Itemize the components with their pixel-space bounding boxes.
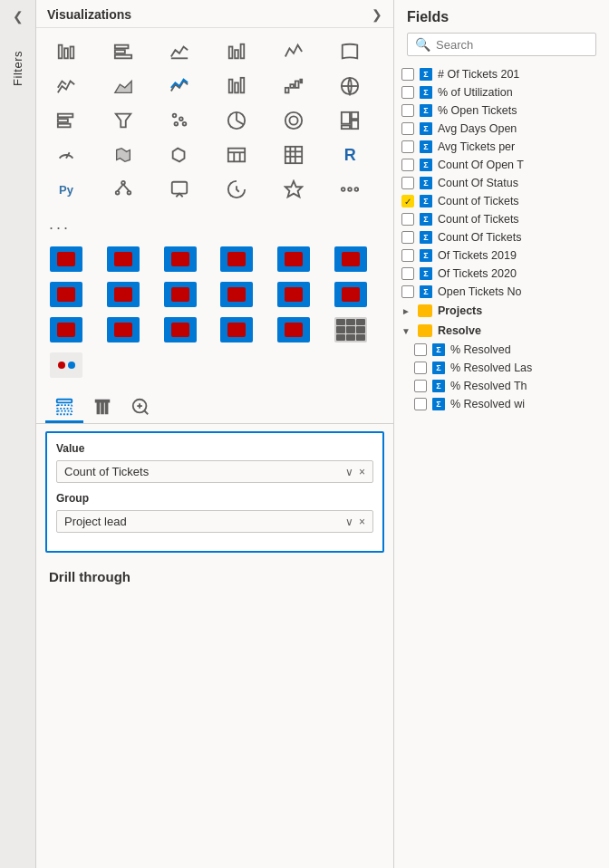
field-item-count-tickets-3[interactable]: Count Of Tickets xyxy=(394,228,609,246)
viz-filled-map-icon[interactable] xyxy=(102,139,144,171)
viz-bar2-icon[interactable] xyxy=(216,70,257,102)
count-of-tickets-pill[interactable]: Count of Tickets ∨ × xyxy=(56,460,373,483)
viz-pie-icon[interactable] xyxy=(216,104,257,137)
viz-stacked-bar-icon[interactable] xyxy=(45,35,87,68)
field-checkbox-pct-utilization[interactable] xyxy=(401,86,414,99)
custom-viz-1[interactable] xyxy=(45,243,87,275)
analytics-tab[interactable] xyxy=(121,392,160,423)
custom-viz-11[interactable] xyxy=(273,278,314,311)
field-item-of-tickets-2020[interactable]: Of Tickets 2020 xyxy=(394,265,609,283)
viz-qa-icon[interactable] xyxy=(216,173,257,206)
viz-custom-icon[interactable] xyxy=(273,173,314,206)
viz-bar3-icon[interactable] xyxy=(45,104,87,137)
field-item-avg-tickets[interactable]: Avg Tickets per xyxy=(394,138,609,156)
search-input[interactable] xyxy=(436,38,588,52)
group-chevron-icon[interactable]: ∨ xyxy=(345,516,353,528)
viz-expand-icon[interactable]: ❯ xyxy=(372,7,382,22)
custom-viz-16[interactable] xyxy=(216,313,257,346)
field-item-count-open[interactable]: Count Of Open T xyxy=(394,156,609,174)
custom-viz-9[interactable] xyxy=(160,278,201,311)
custom-viz-17[interactable] xyxy=(273,313,314,346)
custom-viz-7[interactable] xyxy=(45,278,87,311)
pill-close-icon[interactable]: × xyxy=(359,466,365,478)
viz-bar-icon[interactable] xyxy=(102,35,144,68)
custom-viz-13[interactable] xyxy=(45,313,87,346)
field-item-open-tickets-no[interactable]: Open Tickets No xyxy=(394,283,609,301)
field-checkbox-pct-resolved-th[interactable] xyxy=(414,380,427,392)
field-checkbox-count-tickets-1[interactable] xyxy=(401,195,414,207)
custom-viz-15[interactable] xyxy=(160,313,201,346)
svg-rect-20 xyxy=(58,114,73,118)
custom-viz-4[interactable] xyxy=(216,243,257,275)
viz-py-icon[interactable]: Py xyxy=(45,173,87,206)
custom-viz-5[interactable] xyxy=(273,243,314,275)
custom-viz-3[interactable] xyxy=(160,243,201,275)
viz-treemap-icon[interactable] xyxy=(329,104,371,137)
field-checkbox-of-tickets-2019[interactable] xyxy=(401,68,414,81)
custom-viz-18[interactable] xyxy=(330,313,372,346)
field-checkbox-pct-resolved[interactable] xyxy=(414,343,427,356)
field-checkbox-pct-resolved-la[interactable] xyxy=(414,362,427,374)
field-item-pct-open[interactable]: % Open Tickets xyxy=(394,101,609,120)
custom-viz-14[interactable] xyxy=(102,313,144,346)
field-item-pct-utilization[interactable]: % of Utilization xyxy=(394,83,609,101)
viz-shape-map-icon[interactable] xyxy=(159,139,200,171)
field-item-avg-days[interactable]: Avg Days Open xyxy=(394,120,609,138)
viz-decomp-icon[interactable] xyxy=(102,173,144,206)
viz-line-icon[interactable] xyxy=(273,35,314,68)
viz-area-icon[interactable] xyxy=(159,35,200,68)
viz-waterfall-icon[interactable] xyxy=(273,70,314,102)
viz-extra-icon[interactable] xyxy=(329,173,371,206)
field-checkbox-count-status[interactable] xyxy=(401,177,414,189)
folder-item-projects[interactable]: ► Projects xyxy=(394,301,609,321)
viz-column-icon[interactable] xyxy=(216,35,257,68)
viz-matrix-icon[interactable] xyxy=(273,139,314,171)
svg-marker-10 xyxy=(114,82,130,93)
viz-ribbon-icon[interactable] xyxy=(329,35,371,68)
project-lead-pill[interactable]: Project lead ∨ × xyxy=(56,510,373,533)
field-checkbox-count-tickets-3[interactable] xyxy=(401,231,414,244)
viz-map-icon[interactable] xyxy=(329,70,371,102)
custom-viz-10[interactable] xyxy=(216,278,257,311)
field-checkbox-count-tickets-2[interactable] xyxy=(401,213,414,226)
viz-multiline-icon[interactable] xyxy=(159,70,200,102)
collapse-icon[interactable]: ❮ xyxy=(13,9,24,24)
field-item-count-tickets-2[interactable]: Count of Tickets xyxy=(394,210,609,228)
viz-smartnarrative-icon[interactable] xyxy=(159,173,200,206)
viz-scatter-icon[interactable] xyxy=(45,70,87,102)
viz-r-icon[interactable]: R xyxy=(329,139,371,171)
field-checkbox-pct-open[interactable] xyxy=(401,104,414,117)
field-checkbox-of-tickets-2020[interactable] xyxy=(401,267,414,280)
field-item-of-tickets-2019[interactable]: # Of Tickets 201 xyxy=(394,65,609,83)
viz-table-icon[interactable] xyxy=(216,139,257,171)
group-close-icon[interactable]: × xyxy=(359,516,365,528)
field-checkbox-avg-tickets[interactable] xyxy=(401,140,414,153)
custom-viz-12[interactable] xyxy=(330,278,372,311)
field-item-pct-resolved-th[interactable]: % Resolved Th xyxy=(394,377,609,395)
pill-chevron-icon[interactable]: ∨ xyxy=(345,466,353,478)
custom-viz-6[interactable] xyxy=(330,243,372,275)
folder-item-resolve[interactable]: ▼ Resolve xyxy=(394,321,609,341)
field-checkbox-avg-days[interactable] xyxy=(401,122,414,135)
custom-viz-19[interactable] xyxy=(45,349,87,381)
field-checkbox-pct-resolved-wi[interactable] xyxy=(414,398,427,410)
field-checkbox-open-tickets-no[interactable] xyxy=(401,285,414,298)
viz-gauge-icon[interactable] xyxy=(45,139,87,171)
field-checkbox-count-open[interactable] xyxy=(401,159,414,171)
custom-viz-2[interactable] xyxy=(102,243,144,275)
field-item-pct-resolved-wi[interactable]: % Resolved wi xyxy=(394,395,609,413)
search-box[interactable]: 🔍 xyxy=(407,33,596,56)
field-item-of-tickets-2019b[interactable]: Of Tickets 2019 xyxy=(394,246,609,265)
field-item-count-status[interactable]: Count Of Status xyxy=(394,174,609,192)
viz-dotplot-icon[interactable] xyxy=(159,104,200,137)
viz-funnel-icon[interactable] xyxy=(102,104,144,137)
field-item-pct-resolved-la[interactable]: % Resolved Las xyxy=(394,359,609,377)
viz-donut-icon[interactable] xyxy=(273,104,314,137)
fields-tab[interactable] xyxy=(45,392,83,423)
field-checkbox-of-tickets-2019b[interactable] xyxy=(401,249,414,262)
viz-area2-icon[interactable] xyxy=(102,70,144,102)
custom-viz-8[interactable] xyxy=(102,278,144,311)
format-tab[interactable] xyxy=(83,392,121,423)
field-item-pct-resolved[interactable]: % Resolved xyxy=(394,341,609,359)
field-item-count-tickets-1[interactable]: Count of Tickets xyxy=(394,192,609,210)
